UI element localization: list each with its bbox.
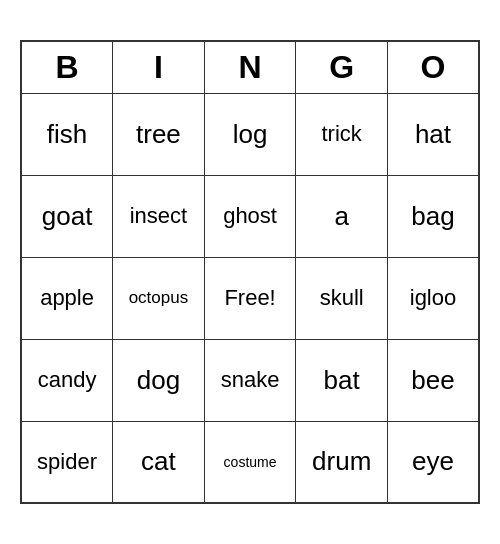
bingo-cell: tree: [113, 93, 205, 175]
cell-value: tree: [113, 119, 204, 150]
cell-value: dog: [113, 365, 204, 396]
cell-value: ghost: [205, 203, 296, 229]
cell-value: apple: [22, 285, 112, 311]
bingo-cell: ghost: [204, 175, 296, 257]
bingo-cell: goat: [21, 175, 113, 257]
cell-value: octopus: [113, 288, 204, 308]
cell-value: bag: [388, 201, 478, 232]
table-row: spidercatcostumedrumeye: [21, 421, 479, 503]
cell-value: Free!: [205, 285, 296, 311]
cell-value: log: [205, 119, 296, 150]
bingo-cell: log: [204, 93, 296, 175]
bingo-cell: fish: [21, 93, 113, 175]
header-col-g: G: [296, 41, 388, 93]
cell-value: a: [296, 201, 387, 232]
bingo-cell: dog: [113, 339, 205, 421]
header-row: BINGO: [21, 41, 479, 93]
cell-value: snake: [205, 367, 296, 393]
bingo-cell: a: [296, 175, 388, 257]
bingo-cell: octopus: [113, 257, 205, 339]
cell-value: skull: [296, 285, 387, 311]
bingo-cell: hat: [387, 93, 479, 175]
table-row: candydogsnakebatbee: [21, 339, 479, 421]
bingo-cell: drum: [296, 421, 388, 503]
cell-value: candy: [22, 367, 112, 393]
bingo-cell: costume: [204, 421, 296, 503]
cell-value: igloo: [388, 285, 478, 311]
bingo-cell: skull: [296, 257, 388, 339]
bingo-cell: Free!: [204, 257, 296, 339]
bingo-cell: apple: [21, 257, 113, 339]
header-col-b: B: [21, 41, 113, 93]
header-col-o: O: [387, 41, 479, 93]
bingo-cell: snake: [204, 339, 296, 421]
table-row: goatinsectghostabag: [21, 175, 479, 257]
header-col-n: N: [204, 41, 296, 93]
cell-value: hat: [388, 119, 478, 150]
bingo-cell: bag: [387, 175, 479, 257]
cell-value: costume: [205, 454, 296, 470]
cell-value: spider: [22, 449, 112, 475]
cell-value: insect: [113, 203, 204, 229]
bingo-cell: spider: [21, 421, 113, 503]
bingo-cell: igloo: [387, 257, 479, 339]
cell-value: fish: [22, 119, 112, 150]
table-row: fishtreelogtrickhat: [21, 93, 479, 175]
cell-value: cat: [113, 446, 204, 477]
bingo-cell: trick: [296, 93, 388, 175]
bingo-card: BINGO fishtreelogtrickhatgoatinsectghost…: [20, 40, 480, 504]
bingo-cell: eye: [387, 421, 479, 503]
bingo-cell: candy: [21, 339, 113, 421]
bingo-cell: bee: [387, 339, 479, 421]
bingo-cell: bat: [296, 339, 388, 421]
header-col-i: I: [113, 41, 205, 93]
table-row: appleoctopusFree!skulligloo: [21, 257, 479, 339]
cell-value: eye: [388, 446, 478, 477]
bingo-cell: insect: [113, 175, 205, 257]
cell-value: goat: [22, 201, 112, 232]
cell-value: drum: [296, 446, 387, 477]
bingo-cell: cat: [113, 421, 205, 503]
cell-value: trick: [296, 121, 387, 147]
cell-value: bee: [388, 365, 478, 396]
cell-value: bat: [296, 365, 387, 396]
